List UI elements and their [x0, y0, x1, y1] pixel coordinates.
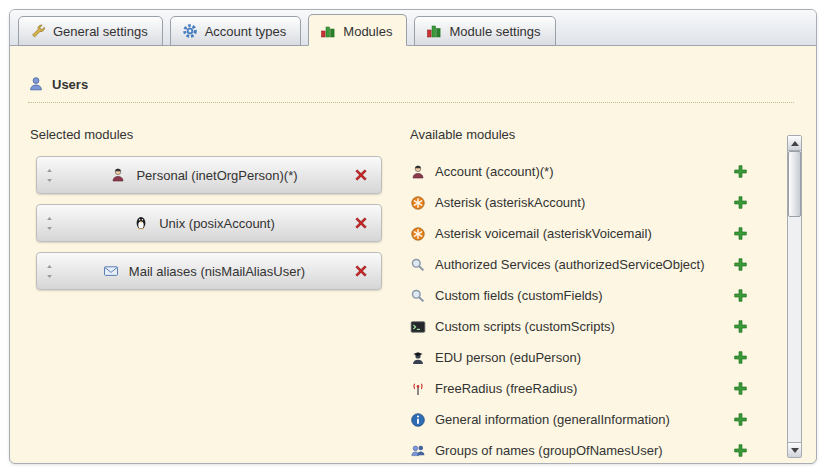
available-module-row: General information (generalInformation) — [410, 404, 778, 435]
section-title: Users — [52, 77, 88, 92]
selected-module-row[interactable]: Personal (inetOrgPerson)(*) — [36, 156, 382, 194]
delete-x-icon — [353, 167, 369, 183]
delete-x-icon — [353, 215, 369, 231]
magnifier-icon — [410, 288, 426, 304]
tab-label: General settings — [53, 24, 148, 39]
tab-bar: General settings Account types Modules M… — [10, 10, 816, 46]
config-window: General settings Account types Modules M… — [9, 9, 817, 464]
selected-modules-column: Selected modules — [30, 103, 382, 464]
asterisk-icon — [410, 195, 426, 211]
add-module-button[interactable] — [733, 350, 748, 365]
available-module-row: Groups of names (groupOfNamesUser) — [410, 435, 778, 464]
wrench-icon — [30, 23, 46, 39]
module-columns: Selected modules — [10, 103, 816, 464]
available-modules-heading: Available modules — [410, 127, 778, 142]
add-module-button[interactable] — [733, 164, 748, 179]
terminal-icon — [410, 319, 426, 335]
radius-icon — [410, 381, 426, 397]
tab[interactable]: General settings — [18, 16, 163, 46]
modules-icon — [320, 23, 336, 39]
tab[interactable]: Module settings — [414, 16, 555, 46]
add-module-button[interactable] — [733, 288, 748, 303]
add-module-button[interactable] — [733, 412, 748, 427]
add-module-button[interactable] — [733, 195, 748, 210]
module-label: Authorized Services (authorizedServiceOb… — [435, 257, 733, 272]
plus-icon — [733, 350, 748, 365]
mail-icon — [103, 263, 119, 279]
available-module-row: Asterisk (asteriskAccount) — [410, 187, 778, 218]
add-module-button[interactable] — [733, 226, 748, 241]
module-label: Personal (inetOrgPerson)(*) — [136, 168, 297, 183]
available-module-row: Custom scripts (customScripts) — [410, 311, 778, 342]
drag-handle-icon[interactable] — [44, 264, 55, 279]
drag-handle-icon[interactable] — [44, 168, 55, 183]
selected-modules-heading: Selected modules — [30, 127, 382, 142]
available-module-row: Account (account)(*) — [410, 156, 778, 187]
plus-icon — [733, 195, 748, 210]
users-icon — [28, 76, 44, 92]
plus-icon — [733, 288, 748, 303]
available-module-row: Custom fields (customFields) — [410, 280, 778, 311]
module-settings-icon — [426, 23, 442, 39]
add-module-button[interactable] — [733, 443, 748, 458]
selected-modules-list: Personal (inetOrgPerson)(*) — [30, 156, 382, 290]
module-label: Groups of names (groupOfNamesUser) — [435, 443, 733, 458]
available-module-row: EDU person (eduPerson) — [410, 342, 778, 373]
scroll-thumb[interactable] — [788, 151, 801, 217]
module-label: FreeRadius (freeRadius) — [435, 381, 733, 396]
scroll-up-button[interactable] — [788, 136, 801, 151]
module-label: Account (account)(*) — [435, 164, 733, 179]
available-modules-list: Account (account)(*) Asterisk (asteriskA… — [410, 156, 778, 464]
tab-label: Module settings — [449, 24, 540, 39]
arrow-up-icon — [791, 141, 799, 146]
module-label: Mail aliases (nisMailAliasUser) — [129, 264, 305, 279]
plus-icon — [733, 257, 748, 272]
delete-x-icon — [353, 263, 369, 279]
remove-module-button[interactable] — [353, 215, 369, 231]
selected-module-row[interactable]: Mail aliases (nisMailAliasUser) — [36, 252, 382, 290]
asterisk-icon — [410, 226, 426, 242]
users-section-heading: Users — [28, 76, 794, 103]
tab[interactable]: Account types — [170, 16, 302, 46]
plus-icon — [733, 412, 748, 427]
gear-icon — [182, 23, 198, 39]
remove-module-button[interactable] — [353, 167, 369, 183]
plus-icon — [733, 226, 748, 241]
available-modules-column: Available modules Account (account)(*) — [410, 103, 778, 464]
module-label: Unix (posixAccount) — [159, 216, 275, 231]
modules-panel: Users Selected modules — [10, 46, 816, 462]
tab-label: Modules — [343, 24, 392, 39]
add-module-button[interactable] — [733, 319, 748, 334]
module-label: General information (generalInformation) — [435, 412, 733, 427]
penguin-icon — [133, 215, 149, 231]
module-label: Asterisk voicemail (asteriskVoicemail) — [435, 226, 733, 241]
tab-label: Account types — [205, 24, 287, 39]
plus-icon — [733, 381, 748, 396]
drag-handle-icon[interactable] — [44, 216, 55, 231]
plus-icon — [733, 319, 748, 334]
arrow-down-icon — [791, 448, 799, 453]
person-icon — [410, 164, 426, 180]
module-label: Asterisk (asteriskAccount) — [435, 195, 733, 210]
info-icon — [410, 412, 426, 428]
module-label: EDU person (eduPerson) — [435, 350, 733, 365]
tab[interactable]: Modules — [308, 14, 407, 46]
module-label: Custom scripts (customScripts) — [435, 319, 733, 334]
module-label: Custom fields (customFields) — [435, 288, 733, 303]
plus-icon — [733, 164, 748, 179]
person-icon — [110, 167, 126, 183]
remove-module-button[interactable] — [353, 263, 369, 279]
magnifier-icon — [410, 257, 426, 273]
available-module-row: Asterisk voicemail (asteriskVoicemail) — [410, 218, 778, 249]
selected-module-row[interactable]: Unix (posixAccount) — [36, 204, 382, 242]
available-module-row: FreeRadius (freeRadius) — [410, 373, 778, 404]
add-module-button[interactable] — [733, 381, 748, 396]
scroll-down-button[interactable] — [788, 442, 801, 457]
plus-icon — [733, 443, 748, 458]
available-module-row: Authorized Services (authorizedServiceOb… — [410, 249, 778, 280]
add-module-button[interactable] — [733, 257, 748, 272]
group-icon — [410, 443, 426, 459]
edu-person-icon — [410, 350, 426, 366]
scrollbar[interactable] — [787, 135, 802, 458]
